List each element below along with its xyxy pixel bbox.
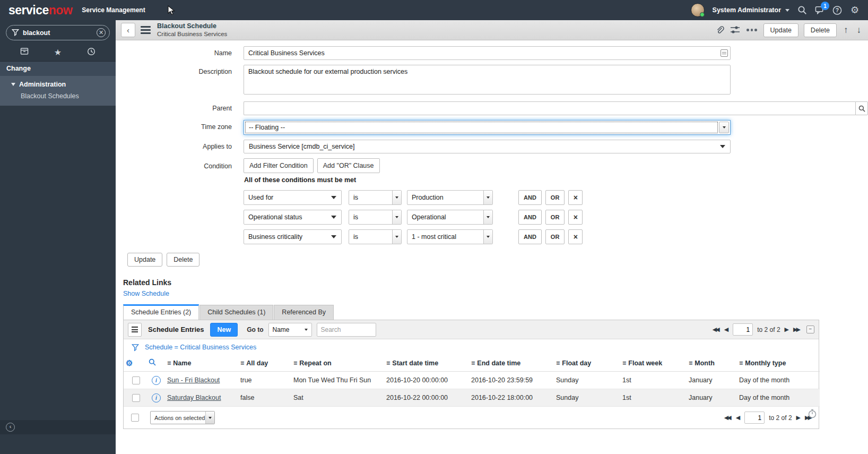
or-button[interactable]: OR (545, 229, 565, 244)
condition-field-select[interactable]: Used for (244, 190, 342, 205)
servicenow-logo[interactable]: servicenow (8, 4, 72, 16)
goto-field-select[interactable]: Name (268, 323, 312, 337)
row-info-icon[interactable]: i (152, 393, 161, 402)
timezone-dropdown-icon[interactable] (719, 122, 729, 133)
or-button[interactable]: OR (545, 190, 565, 205)
response-time-icon[interactable] (808, 409, 817, 421)
condition-field-select[interactable]: Business criticality (244, 229, 342, 244)
row-checkbox[interactable] (132, 376, 140, 384)
breadcrumb-condition-link[interactable]: Schedule = Critical Business Services (145, 344, 256, 351)
global-search-icon[interactable] (797, 5, 807, 15)
record-link[interactable]: Sun - Fri Blackout (167, 376, 220, 384)
header-delete-button[interactable]: Delete (804, 23, 837, 37)
condition-operator-select[interactable]: is (349, 190, 402, 205)
add-filter-condition-button[interactable]: Add Filter Condition (244, 158, 314, 173)
help-icon[interactable]: ? (832, 5, 842, 15)
first-page-icon[interactable]: ◀◀ (713, 327, 720, 332)
remove-condition-button[interactable]: × (568, 229, 583, 244)
expand-text-icon[interactable] (721, 49, 728, 57)
actions-on-selected-rows-select[interactable]: Actions on selected rows... (150, 411, 215, 424)
condition-field-select[interactable]: Operational status (244, 210, 342, 225)
dropdown-segment-icon[interactable] (392, 210, 401, 224)
column-header-repeat-on[interactable]: ≡Repeat on (291, 355, 384, 372)
name-field[interactable] (244, 46, 731, 60)
column-header-float-week[interactable]: ≡Float week (620, 355, 687, 372)
record-link[interactable]: Saturday Blackout (167, 394, 221, 401)
dropdown-segment-icon[interactable] (205, 412, 214, 424)
next-page-icon[interactable]: ▶ (785, 327, 789, 332)
user-avatar[interactable] (691, 3, 705, 17)
row-info-icon[interactable]: i (152, 376, 161, 385)
tab-child-schedules[interactable]: Child Schedules (1) (199, 305, 273, 320)
column-header-name[interactable]: ≡Name (165, 355, 238, 372)
user-menu[interactable]: System Administrator (713, 6, 789, 14)
header-update-button[interactable]: Update (763, 23, 798, 37)
delete-button[interactable]: Delete (167, 253, 199, 267)
sidebar-item-blackout-schedules[interactable]: Blackout Schedules (0, 90, 116, 102)
show-schedule-link[interactable]: Show Schedule (123, 290, 169, 297)
dropdown-segment-icon[interactable] (483, 230, 492, 244)
minimize-list-icon[interactable]: − (806, 325, 814, 333)
description-field[interactable]: Blackout schedule for our external produ… (244, 65, 731, 95)
list-search-input[interactable] (317, 323, 376, 337)
dropdown-segment-icon[interactable] (483, 191, 492, 204)
form-context-menu-icon[interactable] (141, 26, 151, 34)
update-button[interactable]: Update (127, 253, 162, 267)
parent-field[interactable] (244, 101, 855, 115)
and-button[interactable]: AND (518, 229, 542, 244)
condition-value-select[interactable]: Operational (407, 210, 493, 225)
and-button[interactable]: AND (518, 210, 542, 225)
settings-gear-icon[interactable]: ⚙ (850, 5, 860, 15)
condition-value-select[interactable]: 1 - most critical (407, 229, 493, 244)
column-header-month[interactable]: ≡Month (687, 355, 737, 372)
select-all-checkbox[interactable] (131, 414, 139, 422)
remove-condition-button[interactable]: × (568, 210, 583, 225)
dropdown-segment-icon[interactable] (392, 230, 401, 244)
column-header-all-day[interactable]: ≡All day (238, 355, 291, 372)
reference-lookup-icon[interactable] (855, 101, 868, 115)
previous-record-icon[interactable]: ↑ (842, 25, 850, 36)
nav-group-toggle[interactable]: Administration (0, 79, 116, 90)
previous-page-icon[interactable]: ◀ (724, 327, 728, 332)
previous-page-icon[interactable]: ◀ (736, 415, 740, 421)
new-record-button[interactable]: New (210, 323, 238, 337)
history-icon[interactable] (87, 47, 96, 58)
timezone-select[interactable]: -- Floating -- (244, 120, 731, 135)
list-context-menu-icon[interactable] (128, 323, 142, 337)
add-or-clause-button[interactable]: Add "OR" Clause (317, 158, 380, 173)
nav-filter-input[interactable] (6, 25, 110, 40)
condition-operator-select[interactable]: is (349, 210, 402, 225)
remove-condition-button[interactable]: × (568, 190, 583, 205)
column-header-monthly-type[interactable]: ≡Monthly type (737, 355, 820, 372)
column-header-end[interactable]: ≡End date time (469, 355, 554, 372)
first-page-icon[interactable]: ◀◀ (724, 415, 732, 421)
next-page-icon[interactable]: ▶ (796, 415, 801, 421)
and-button[interactable]: AND (518, 190, 542, 205)
collapse-sidebar-icon[interactable]: ‹ (6, 423, 15, 432)
column-header-float-day[interactable]: ≡Float day (554, 355, 620, 372)
next-record-icon[interactable]: ↓ (855, 25, 863, 36)
attachment-paperclip-icon[interactable] (716, 25, 725, 35)
row-checkbox[interactable] (132, 394, 140, 402)
favorites-icon[interactable]: ★ (54, 48, 62, 57)
dropdown-segment-icon[interactable] (483, 210, 492, 224)
personalize-list-icon[interactable]: ⚙ (126, 359, 133, 367)
page-number-input[interactable] (733, 323, 753, 336)
personalize-form-icon[interactable] (730, 25, 740, 35)
column-header-start[interactable]: ≡Start date time (384, 355, 469, 372)
connect-chat-icon[interactable]: 1 (815, 5, 824, 15)
page-number-input[interactable] (744, 412, 765, 424)
clear-filter-icon[interactable]: ✕ (97, 28, 106, 37)
breadcrumb-funnel-icon[interactable] (132, 344, 139, 352)
condition-value-select[interactable]: Production (407, 190, 493, 205)
all-applications-icon[interactable] (20, 47, 29, 57)
column-search-icon[interactable] (149, 358, 156, 366)
more-options-icon[interactable] (745, 29, 758, 31)
back-button[interactable]: ‹ (121, 23, 135, 37)
tab-schedule-entries[interactable]: Schedule Entries (2) (123, 304, 199, 320)
dropdown-segment-icon[interactable] (392, 191, 401, 204)
last-page-icon[interactable]: ▶▶ (793, 327, 801, 332)
tab-referenced-by[interactable]: Referenced By (274, 305, 334, 320)
or-button[interactable]: OR (545, 210, 565, 225)
applies-to-select[interactable]: Business Service [cmdb_ci_service] (244, 140, 731, 153)
